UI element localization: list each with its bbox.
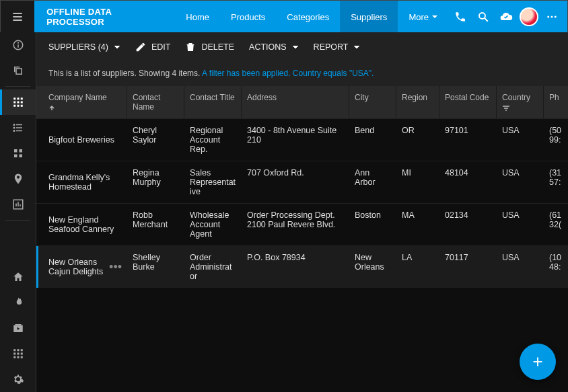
actions-dropdown[interactable]: ACTIONS [249, 42, 299, 52]
cell-postal: 97101 [439, 119, 497, 161]
actions-label: ACTIONS [249, 42, 287, 52]
cell-contact: Robb Merchant [127, 204, 184, 245]
nav-more[interactable]: More [398, 1, 449, 33]
svg-rect-29 [14, 155, 17, 158]
col-region[interactable]: Region [396, 86, 439, 118]
nav-more-label: More [409, 12, 429, 22]
edit-label: EDIT [151, 42, 170, 52]
cell-city: Bend [349, 119, 396, 161]
col-postal[interactable]: Postal Code [439, 86, 497, 118]
cell-contact: Regina Murphy [127, 161, 184, 203]
cell-region: LA [396, 246, 439, 288]
phone-icon [454, 11, 466, 23]
grid-small-icon [12, 147, 24, 159]
suppliers-dropdown[interactable]: SUPPLIERS (4) [48, 42, 120, 52]
search-icon [477, 11, 489, 23]
more-horizontal-icon [546, 11, 558, 23]
sidebar-fire[interactable] [0, 290, 36, 315]
top-header: OFFLINE DATA PROCESSOR Home Products Cat… [1, 1, 567, 33]
svg-point-10 [17, 42, 18, 43]
avatar-button[interactable] [518, 1, 540, 33]
header-actions [449, 1, 567, 33]
sidebar-info[interactable] [0, 32, 36, 58]
overflow-button[interactable] [540, 1, 563, 33]
filter-applied-link[interactable]: A filter has been applied. [202, 69, 290, 78]
cell-company: New Orleans Cajun Delights••• [40, 246, 127, 288]
svg-rect-17 [20, 102, 22, 104]
sidebar-chart[interactable] [0, 192, 36, 217]
table-header: Company Name Contact Name Contact Title … [36, 86, 568, 118]
svg-rect-41 [20, 353, 22, 355]
nav-home[interactable]: Home [175, 1, 220, 33]
nav-suppliers[interactable]: Suppliers [340, 1, 398, 33]
video-icon [12, 322, 24, 334]
trash-icon [185, 42, 196, 52]
edit-button[interactable]: EDIT [135, 42, 170, 52]
svg-line-4 [485, 18, 488, 22]
info-icon [12, 39, 24, 51]
cell-title: Order Administrator [184, 246, 242, 288]
cell-phone: (61 32( [544, 204, 568, 245]
col-city[interactable]: City [349, 86, 396, 118]
col-company[interactable]: Company Name [40, 86, 127, 118]
svg-rect-19 [17, 105, 19, 107]
svg-rect-42 [13, 356, 15, 358]
sidebar-play[interactable] [0, 315, 36, 341]
pencil-icon [135, 42, 146, 52]
sidebar-list[interactable] [0, 115, 36, 141]
cell-postal: 48104 [439, 161, 497, 203]
delete-button[interactable]: DELETE [185, 42, 234, 52]
filter-icon [502, 105, 510, 112]
search-button[interactable] [472, 1, 495, 33]
nav-products[interactable]: Products [220, 1, 276, 33]
svg-rect-30 [19, 155, 22, 158]
sidebar-grid-1[interactable] [0, 89, 36, 115]
sidebar-apps[interactable] [0, 341, 36, 366]
cloud-check-icon [499, 10, 513, 24]
report-dropdown[interactable]: REPORT [314, 42, 361, 52]
chevron-down-icon [431, 13, 438, 20]
svg-point-26 [13, 130, 15, 132]
svg-rect-39 [13, 353, 15, 355]
fire-icon [12, 297, 24, 309]
cell-postal: 70117 [439, 246, 497, 288]
cell-country: USA [497, 161, 544, 203]
row-more-button[interactable]: ••• [109, 261, 122, 273]
phone-button[interactable] [449, 1, 472, 33]
col-title[interactable]: Contact Title [184, 86, 242, 118]
svg-rect-20 [20, 105, 22, 107]
cell-company: Grandma Kelly's Homestead [40, 161, 127, 203]
sidebar-copy[interactable] [0, 58, 36, 83]
table-row[interactable]: New England Seafood CanneryRobb Merchant… [36, 203, 568, 245]
svg-point-24 [13, 124, 15, 126]
col-contact[interactable]: Contact Name [127, 86, 184, 118]
col-phone[interactable]: Ph [544, 86, 568, 118]
chevron-down-icon [292, 44, 299, 50]
nav: Home Products Categories Suppliers More [175, 1, 449, 33]
svg-rect-40 [17, 353, 19, 355]
cloud-button[interactable] [495, 1, 518, 33]
col-address[interactable]: Address [242, 86, 349, 118]
sidebar-grid-2[interactable] [0, 141, 36, 166]
chevron-down-icon [353, 44, 360, 50]
nav-categories[interactable]: Categories [276, 1, 340, 33]
sidebar-settings[interactable] [0, 366, 36, 392]
sidebar-location[interactable] [0, 166, 36, 192]
hamburger-button[interactable] [1, 1, 34, 33]
hamburger-icon [11, 10, 24, 24]
suppliers-label: SUPPLIERS (4) [48, 42, 108, 52]
col-country[interactable]: Country [497, 86, 544, 118]
cell-country: USA [497, 246, 544, 288]
table-row[interactable]: New Orleans Cajun Delights•••Shelley Bur… [36, 245, 568, 288]
svg-rect-11 [16, 69, 22, 74]
list-icon [12, 122, 24, 134]
table-row[interactable]: Bigfoot BreweriesCheryl SaylorRegional A… [36, 118, 568, 161]
svg-rect-27 [14, 149, 17, 153]
cell-company: Bigfoot Breweries [40, 119, 127, 161]
add-fab[interactable] [520, 344, 556, 380]
filter-note: This is a list of suppliers. Showing 4 i… [36, 62, 568, 86]
sidebar [0, 32, 36, 392]
filter-detail-link[interactable]: Country equals "USA". [291, 69, 374, 78]
table-row[interactable]: Grandma Kelly's HomesteadRegina MurphySa… [36, 161, 568, 203]
sidebar-home[interactable] [0, 264, 36, 290]
